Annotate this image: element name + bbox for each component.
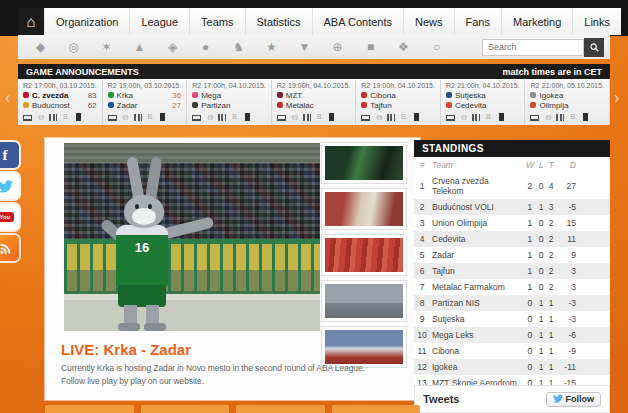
live-headline[interactable]: LIVE: Krka - Zadar [61, 341, 191, 358]
nav-item-marketing[interactable]: Marketing [501, 8, 572, 35]
standings-team-name[interactable]: Tajfun [430, 263, 524, 279]
stats-icon[interactable] [218, 114, 226, 121]
nav-item-league[interactable]: League [129, 8, 189, 35]
home-button[interactable]: ⌂ [18, 8, 44, 35]
stats-icon[interactable] [49, 114, 57, 121]
club-logo-icon[interactable]: ◆ [24, 40, 57, 54]
club-logo-icon[interactable]: ▲ [123, 40, 156, 54]
krka-players-photo[interactable] [322, 143, 406, 183]
club-logo-icon[interactable]: ◈ [156, 40, 189, 54]
club-logo-icon[interactable]: ♞ [222, 40, 255, 54]
club-logo-icon[interactable]: ■ [354, 40, 387, 54]
radio-icon[interactable] [376, 113, 381, 121]
rss-icon[interactable] [0, 235, 19, 261]
standings-team-name[interactable]: Metalac Farmakom [430, 279, 524, 295]
club-logo-icon[interactable]: ▼ [288, 40, 321, 54]
video-icon[interactable] [499, 113, 504, 121]
twitter-follow-button[interactable]: Follow [546, 392, 602, 407]
standings-row[interactable]: 4Cedevita10211 [414, 231, 610, 247]
club-logo-icon[interactable]: ❖ [387, 40, 420, 54]
standings-row[interactable]: 8Partizan NIS011-3 [414, 295, 610, 311]
boxscore-icon[interactable] [317, 113, 324, 121]
nav-item-news[interactable]: News [403, 8, 454, 35]
tv-icon[interactable] [446, 115, 455, 121]
radio-icon[interactable] [545, 113, 550, 121]
club-logo-icon[interactable]: ★ [255, 40, 288, 54]
standings-team-name[interactable]: Zadar [430, 247, 524, 263]
video-icon[interactable] [414, 113, 419, 121]
club-logo-icon[interactable]: ⊕ [321, 40, 354, 54]
boxscore-icon[interactable] [148, 113, 155, 121]
standings-team-name[interactable]: Igokea [430, 359, 524, 375]
standings-row[interactable]: 10Mega Leks011-6 [414, 327, 610, 343]
tv-icon[interactable] [23, 115, 32, 121]
tv-icon[interactable] [361, 115, 370, 121]
radio-icon[interactable] [461, 113, 466, 121]
tv-icon[interactable] [530, 115, 539, 121]
nav-item-statistics[interactable]: Statistics [245, 8, 312, 35]
stats-icon[interactable] [134, 114, 142, 121]
boxscore-icon[interactable] [570, 113, 577, 121]
red-fans-celebration-photo[interactable] [322, 235, 406, 275]
stats-icon[interactable] [472, 114, 480, 121]
game-card[interactable]: R219:00h, 04.10.2015.MZTMetalac [272, 80, 357, 125]
youtube-icon[interactable] [0, 204, 19, 230]
standings-row[interactable]: 1Crvena zvezda Telekom20427 [414, 173, 610, 199]
standings-row[interactable]: 11Cibona011-9 [414, 343, 610, 359]
club-logo-icon[interactable]: ○ [420, 40, 453, 54]
club-logo-icon[interactable]: ✶ [90, 40, 123, 54]
standings-row[interactable]: 9Sutjeska011-3 [414, 311, 610, 327]
tv-icon[interactable] [108, 115, 117, 121]
standings-row[interactable]: 3Union Olimpija10215 [414, 215, 610, 231]
game-card[interactable]: R221:00h, 05.10.2015.IgokeaOlimpija [525, 80, 610, 125]
teaser-card[interactable] [141, 405, 230, 413]
radio-icon[interactable] [123, 113, 128, 121]
radio-icon[interactable] [38, 113, 43, 121]
search-button[interactable] [584, 38, 604, 57]
search-input[interactable] [482, 39, 584, 56]
standings-team-name[interactable]: Partizan NIS [430, 295, 524, 311]
boxscore-icon[interactable] [486, 113, 493, 121]
video-icon[interactable] [160, 113, 165, 121]
game-card[interactable]: R219:00h, 03.10.2015.Krka36Zadar27 [103, 80, 188, 125]
standings-team-name[interactable]: Sutjeska [430, 311, 524, 327]
tv-icon[interactable] [192, 115, 201, 121]
game-card[interactable]: R221:00h, 04.10.2015.SutjeskaCedevita [441, 80, 526, 125]
radio-icon[interactable] [207, 113, 212, 121]
nav-item-links[interactable]: Links [572, 8, 621, 35]
video-icon[interactable] [76, 113, 81, 121]
tv-icon[interactable] [277, 115, 286, 121]
teaser-card[interactable] [45, 405, 134, 413]
main-story-photo[interactable]: 16 [64, 143, 320, 331]
standings-team-name[interactable]: Union Olimpija [430, 215, 524, 231]
zvezda-match-action-photo[interactable] [322, 189, 406, 229]
standings-team-name[interactable]: Mega Leks [430, 327, 524, 343]
video-icon[interactable] [583, 113, 588, 121]
standings-row[interactable]: 6Tajfun1023 [414, 263, 610, 279]
standings-team-name[interactable]: Cibona [430, 343, 524, 359]
radio-icon[interactable] [292, 113, 297, 121]
club-logo-icon[interactable]: ● [189, 40, 222, 54]
match-action-photo[interactable] [322, 327, 406, 367]
nav-item-fans[interactable]: Fans [454, 8, 501, 35]
standings-team-name[interactable]: Cedevita [430, 231, 524, 247]
standings-row[interactable]: 2Budućnost VOLI113-5 [414, 199, 610, 215]
club-logo-icon[interactable]: ◎ [57, 40, 90, 54]
game-card[interactable]: R219:00h, 04.10.2015.CibonaTajfun [356, 80, 441, 125]
twitter-icon[interactable] [0, 173, 19, 199]
stats-icon[interactable] [303, 114, 311, 121]
boxscore-icon[interactable] [401, 113, 408, 121]
game-card[interactable]: R217:00h, 04.10.2015.MegaPartizan [187, 80, 272, 125]
facebook-icon[interactable]: f [0, 142, 19, 168]
nav-item-teams[interactable]: Teams [189, 8, 244, 35]
standings-row[interactable]: 7Metalac Farmakom1023 [414, 279, 610, 295]
strip-prev-arrow[interactable]: ‹ [5, 90, 10, 106]
strip-next-arrow[interactable]: › [614, 90, 619, 106]
nav-item-aba-contents[interactable]: ABA Contents [312, 8, 404, 35]
nav-item-organization[interactable]: Organization [44, 8, 129, 35]
game-card[interactable]: R217:00h, 03.10.2015.C. zvezda83Budućnos… [18, 80, 103, 125]
teaser-card[interactable] [332, 405, 421, 413]
teaser-card[interactable] [236, 405, 325, 413]
standings-team-name[interactable]: Budućnost VOLI [430, 199, 524, 215]
video-icon[interactable] [245, 113, 250, 121]
